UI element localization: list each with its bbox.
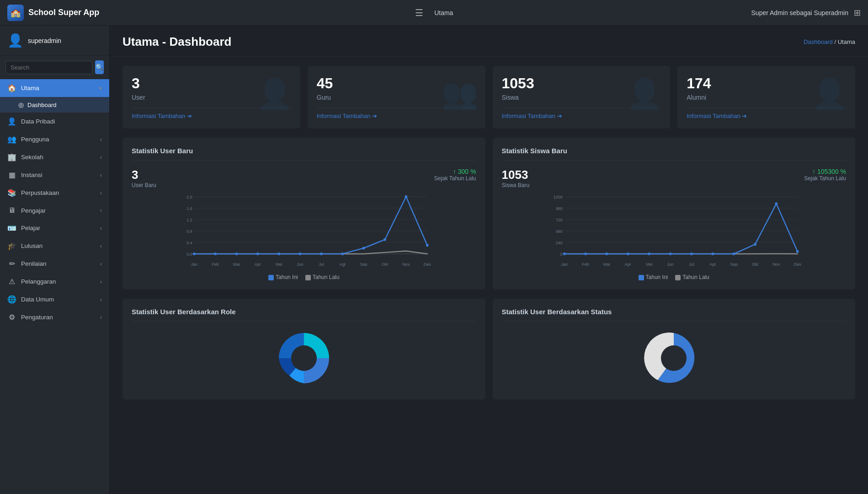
sidebar-item-utama-label: Utama	[21, 85, 39, 91]
book-icon: 📚	[7, 188, 16, 197]
home-icon: 🏠	[7, 84, 16, 92]
stat-icon-1: 👥	[442, 77, 478, 111]
sidebar-item-data-umum[interactable]: 🌐 Data Umum ‹	[0, 290, 109, 308]
svg-text:0: 0	[560, 252, 562, 257]
stat-icon-3: 👤	[811, 77, 848, 111]
search-input[interactable]	[5, 61, 92, 74]
chevron-right-icon: ‹	[100, 136, 102, 143]
svg-point-27	[235, 252, 238, 255]
chart-user-number: 3	[132, 168, 156, 182]
svg-text:Apt: Apt	[709, 262, 716, 267]
stats-grid: 3 User 👤 Informasi Tambahan ➔ 45 Guru 👥 …	[110, 57, 868, 138]
sidebar-item-pengaturan-label: Pengaturan	[21, 314, 53, 321]
chart-role-card: Statistik User Berdasarkan Role	[122, 299, 485, 399]
chart-siswa-title: Statistik Siswa Baru	[502, 147, 847, 161]
sidebar-item-penilaian-label: Penilaian	[21, 260, 47, 267]
svg-text:Jun: Jun	[297, 262, 304, 267]
search-button[interactable]: 🔍	[95, 60, 104, 74]
sidebar-item-pelanggaran-label: Pelanggaran	[21, 278, 56, 285]
app-logo-icon: 🏫	[7, 5, 24, 21]
chart-siswa-number: 1053	[502, 168, 530, 182]
main-header: Utama - Dashboard Dashboard / Utama	[110, 26, 868, 57]
sidebar-item-lulusan[interactable]: 🎓 Lulusan ‹	[0, 237, 109, 255]
sidebar-item-perpustakaan-label: Perpustakaan	[21, 189, 59, 196]
sidebar-item-pengguna-label: Pengguna	[21, 136, 49, 143]
stat-card-2: 1053 Siswa 👤 Informasi Tambahan ➔	[493, 66, 671, 129]
sidebar-item-pengaturan[interactable]: ⚙ Pengaturan ‹	[0, 308, 109, 326]
sidebar-item-pelajar[interactable]: 🪪 Pelajar ‹	[0, 219, 109, 237]
svg-text:Okt: Okt	[382, 262, 389, 267]
chart-siswa-change: ↑ 105300 % Sejak Tahun Lalu	[804, 168, 846, 182]
sidebar-item-utama[interactable]: 🏠 Utama ▾	[0, 79, 109, 97]
sidebar-item-pelanggaran[interactable]: ⚠ Pelanggaran ‹	[0, 273, 109, 290]
svg-point-73	[796, 250, 799, 253]
stat-icon-2: 👤	[626, 77, 663, 111]
svg-text:Jun: Jun	[667, 262, 674, 267]
chevron-right-icon2: ‹	[100, 154, 102, 161]
sidebar-subitem-dashboard-label: Dashboard	[27, 102, 57, 108]
user-label: Super Admin sebagai Superadmin	[751, 9, 848, 16]
sidebar-item-pengguna[interactable]: 👥 Pengguna ‹	[0, 130, 109, 148]
sidebar-item-instansi[interactable]: ▦ Instansi ‹	[0, 166, 109, 184]
person-icon: 👤	[7, 117, 16, 126]
chart-user-pct: ↑ 300 %	[434, 168, 476, 175]
app-logo-area: 🏫 School Super App	[7, 5, 117, 21]
svg-text:Mei: Mei	[645, 262, 652, 267]
bottom-charts-row: Statistik User Berdasarkan Role	[110, 299, 868, 408]
globe-icon: 🌐	[7, 295, 16, 304]
stat-card-1: 45 Guru 👥 Informasi Tambahan ➔	[308, 66, 485, 129]
legend-last-year-siswa: Tahun Lalu	[675, 274, 709, 280]
sidebar-item-data-pribadi-label: Data Pribadi	[21, 118, 55, 125]
svg-text:Apr: Apr	[255, 262, 261, 267]
sidebar-item-penilaian[interactable]: ✏ Penilaian ‹	[0, 255, 109, 273]
svg-point-29	[277, 252, 280, 255]
hamburger-icon[interactable]: ☰	[415, 7, 423, 18]
sidebar-user-area: 👤 superadmin	[0, 26, 109, 56]
sidebar-item-lulusan-label: Lulusan	[21, 242, 43, 249]
sidebar-item-sekolah[interactable]: 🏢 Sekolah ‹	[0, 148, 109, 166]
users-icon: 👥	[7, 135, 16, 144]
chevron-right-icon6: ‹	[100, 225, 102, 231]
chevron-right-icon3: ‹	[100, 172, 102, 178]
chart-user-change: ↑ 300 % Sejak Tahun Lalu	[434, 168, 476, 182]
svg-text:Jul: Jul	[319, 262, 324, 267]
svg-text:Mar: Mar	[233, 262, 240, 267]
svg-point-64	[605, 252, 608, 255]
header-nav: ☰ Utama	[415, 7, 453, 18]
sidebar-item-data-pribadi[interactable]: 👤 Data Pribadi	[0, 113, 109, 130]
svg-text:Apr: Apr	[624, 262, 631, 267]
stat-card-0: 3 User 👤 Informasi Tambahan ➔	[122, 66, 300, 129]
svg-text:1200: 1200	[553, 195, 562, 199]
svg-text:2.0: 2.0	[186, 195, 192, 199]
sidebar-subitem-dashboard[interactable]: ◎ Dashboard	[0, 97, 109, 113]
svg-text:Nov: Nov	[772, 262, 780, 267]
sidebar-item-pengajar-label: Pengajar	[21, 207, 46, 214]
sidebar-item-pengajar[interactable]: 🖥 Pengajar ‹	[0, 202, 109, 219]
svg-text:Mar: Mar	[603, 262, 610, 267]
chevron-right-icon7: ‹	[100, 243, 102, 249]
breadcrumb-current: Utama	[838, 38, 855, 45]
pencil-icon: ✏	[7, 259, 16, 268]
legend-last-year-user: Tahun Lalu	[305, 274, 340, 280]
chart-user-stats: 3 User Baru ↑ 300 % Sejak Tahun Lalu	[132, 168, 476, 188]
sidebar-item-perpustakaan[interactable]: 📚 Perpustakaan ‹	[0, 184, 109, 202]
header-right: Super Admin sebagai Superadmin ⊞	[751, 8, 861, 18]
svg-point-69	[711, 252, 714, 255]
main-layout: 👤 superadmin 🔍 🏠 Utama ▾ ◎ Dashboard 👤 D…	[0, 26, 868, 494]
svg-text:480: 480	[555, 229, 562, 234]
svg-point-32	[341, 252, 344, 255]
sidebar-search-area: 🔍	[0, 56, 109, 79]
svg-point-72	[775, 202, 777, 205]
sidebar-item-instansi-label: Instansi	[21, 172, 43, 178]
username-label: superadmin	[28, 37, 61, 44]
svg-text:Des: Des	[793, 262, 801, 267]
chart-siswa-legend: Tahun Ini Tahun Lalu	[502, 274, 847, 280]
expand-icon[interactable]: ⊞	[854, 8, 861, 18]
chart-status-pie	[502, 326, 847, 390]
breadcrumb-dashboard-link[interactable]: Dashboard	[804, 38, 833, 45]
stat-card-3: 174 Alumni 👤 Informasi Tambahan ➔	[677, 66, 855, 129]
svg-point-65	[626, 252, 629, 255]
warning-icon: ⚠	[7, 277, 16, 286]
svg-point-33	[362, 247, 365, 250]
svg-point-26	[214, 252, 217, 255]
